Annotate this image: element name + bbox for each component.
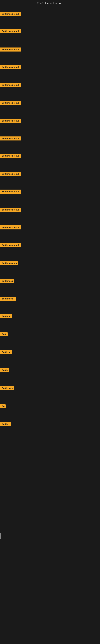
bottleneck-item[interactable]: Bottleneck <box>0 386 14 392</box>
bottleneck-badge: Bottleneck res <box>0 261 18 265</box>
bottleneck-badge: Bottlene <box>0 350 12 354</box>
site-header: TheBottlenecker.com <box>0 0 100 6</box>
bottleneck-badge: Bottleneck result <box>0 29 21 33</box>
bottleneck-badge: Bo <box>0 404 6 408</box>
bottleneck-badge: Bottleneck result <box>0 48 21 52</box>
bottleneck-item[interactable]: Bottleneck res <box>0 260 18 266</box>
bottleneck-badge: Bottleneck result <box>0 83 21 87</box>
bottleneck-badge: Bottleneck result <box>0 226 21 230</box>
bottleneck-item[interactable]: Bottleneck result <box>0 100 21 106</box>
bottleneck-item[interactable]: Bottlene <box>0 350 12 356</box>
bottleneck-item[interactable]: Bottleneck result <box>0 172 21 177</box>
bottleneck-item[interactable]: Bottleneck result <box>0 47 21 53</box>
bottleneck-item[interactable]: Bottleneck result <box>0 12 21 17</box>
bottleneck-badge: Bott <box>0 332 8 336</box>
bottleneck-badge: Bottleneck <box>0 386 14 390</box>
bottleneck-item[interactable]: Bottleneck result <box>0 189 21 195</box>
bottleneck-badge: Bottlene <box>0 314 12 318</box>
bottleneck-badge: Bottleneck r <box>0 297 16 301</box>
bottleneck-item[interactable]: Bottle <box>0 368 9 374</box>
site-title: TheBottlenecker.com <box>0 0 100 6</box>
bottleneck-item[interactable]: Bottleneck result <box>0 118 21 124</box>
bottleneck-badge: Bottlen <box>0 422 11 426</box>
bottleneck-item[interactable]: Bottleneck result <box>0 29 21 34</box>
bottleneck-badge: Bottleneck result <box>0 119 21 123</box>
cursor-line <box>0 533 1 539</box>
bottleneck-badge: Bottleneck result <box>0 101 21 105</box>
bottleneck-item[interactable]: Bottleneck result <box>0 82 21 88</box>
bottleneck-badge: Bottleneck result <box>0 12 21 16</box>
bottleneck-item[interactable]: Bottleneck <box>0 278 14 284</box>
bottleneck-item[interactable]: Bo <box>0 404 6 410</box>
bottleneck-item[interactable]: Bottleneck result <box>0 153 21 159</box>
bottleneck-badge: Bottleneck <box>0 279 14 283</box>
items-container <box>0 6 100 7</box>
bottleneck-item[interactable]: Bottleneck result <box>0 243 21 248</box>
bottleneck-badge: Bottleneck result <box>0 136 21 140</box>
bottleneck-badge: Bottleneck result <box>0 65 21 69</box>
bottleneck-item[interactable]: Bottleneck result <box>0 207 21 213</box>
bottleneck-item[interactable]: Bottleneck result <box>0 64 21 70</box>
bottleneck-badge: Bottleneck result <box>0 154 21 158</box>
bottleneck-badge: Bottleneck result <box>0 208 21 212</box>
bottleneck-badge: Bottleneck result <box>0 190 21 194</box>
bottleneck-item[interactable]: Bottleneck result <box>0 225 21 231</box>
bottleneck-item[interactable]: Bottlene <box>0 314 12 320</box>
bottleneck-badge: Bottleneck result <box>0 172 21 176</box>
bottleneck-item[interactable]: Bottleneck result <box>0 136 21 142</box>
bottleneck-item[interactable]: Bottleneck r <box>0 296 16 302</box>
bottleneck-badge: Bottleneck result <box>0 243 21 247</box>
bottleneck-item[interactable]: Bott <box>0 332 8 338</box>
bottleneck-badge: Bottle <box>0 368 9 372</box>
bottleneck-item[interactable]: Bottlen <box>0 422 11 427</box>
